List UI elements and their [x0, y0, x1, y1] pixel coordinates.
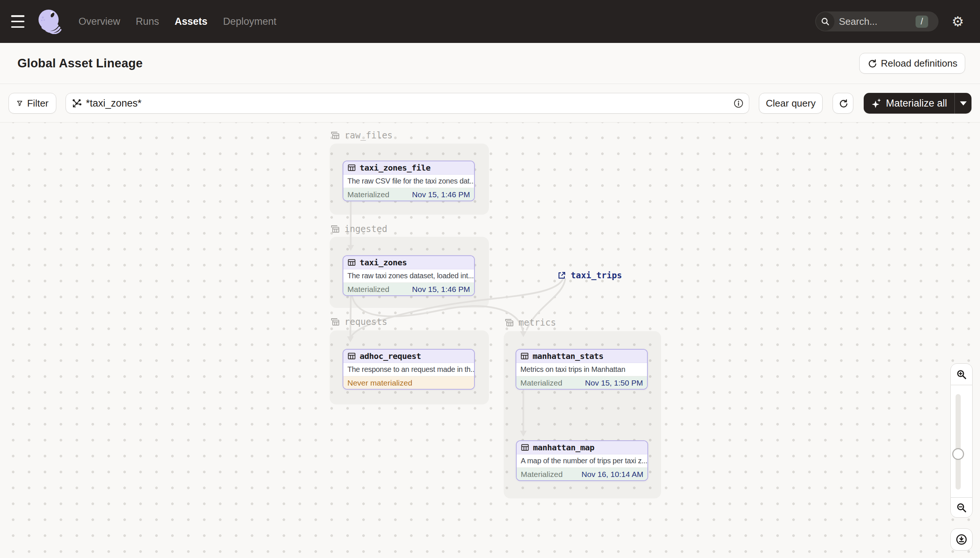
- download-icon: [955, 533, 967, 545]
- zoom-in-button[interactable]: [950, 363, 973, 385]
- table-icon: [520, 352, 529, 360]
- asset-node-manhattan-stats[interactable]: manhattan_stats Metrics on taxi trips in…: [516, 349, 648, 390]
- materialize-all-group: Materialize all: [864, 93, 972, 113]
- materialize-all-label: Materialize all: [886, 98, 947, 109]
- external-asset-taxi-trips[interactable]: taxi_trips: [557, 271, 622, 280]
- zoom-in-icon: [956, 369, 967, 380]
- nav-item-runs[interactable]: Runs: [136, 16, 159, 27]
- top-nav: Overview Runs Assets Deployment / ⚙: [0, 0, 980, 43]
- asset-node-header: taxi_zones: [343, 256, 474, 269]
- refresh-icon: [838, 98, 848, 108]
- asset-node-header: manhattan_stats: [516, 350, 647, 363]
- page-title: Global Asset Lineage: [17, 56, 143, 70]
- info-icon[interactable]: [733, 98, 744, 108]
- zoom-out-button[interactable]: [950, 497, 973, 518]
- refresh-icon: [867, 59, 877, 68]
- asset-node-manhattan-map[interactable]: manhattan_map A map of the number of tri…: [516, 440, 648, 481]
- asset-query-input[interactable]: [86, 98, 733, 109]
- group-label-metrics[interactable]: metrics: [504, 317, 556, 328]
- status-timestamp: Nov 15, 1:50 PM: [585, 379, 643, 387]
- zoom-out-icon: [956, 502, 967, 513]
- search-box[interactable]: /: [815, 11, 939, 31]
- lineage-edges: [0, 123, 980, 558]
- asset-description: The raw taxi zones dataset, loaded int..…: [343, 269, 474, 283]
- asset-node-header: manhattan_map: [517, 441, 647, 455]
- group-name: raw_files: [344, 130, 393, 141]
- nav-right: / ⚙: [815, 11, 980, 31]
- page-header: Global Asset Lineage Reload definitions: [0, 43, 980, 84]
- settings-gear-icon[interactable]: ⚙: [944, 15, 972, 28]
- table-icon: [348, 164, 356, 172]
- download-graph-button[interactable]: [950, 528, 973, 551]
- graph-query-icon: [71, 98, 82, 109]
- status-label: Materialized: [348, 190, 389, 199]
- funnel-icon: [16, 99, 23, 108]
- asset-name: taxi_zones: [360, 258, 407, 267]
- hamburger-menu-icon[interactable]: [11, 15, 26, 28]
- lineage-toolbar: Filter Clear query: [0, 84, 980, 123]
- group-label-requests[interactable]: requests: [330, 317, 387, 327]
- asset-description: The response to an request made in th...: [343, 363, 474, 376]
- asset-group-icon: [330, 224, 340, 234]
- table-icon: [521, 444, 529, 451]
- clear-query-button[interactable]: Clear query: [759, 93, 823, 113]
- materialize-options-button[interactable]: [954, 93, 972, 113]
- materialize-all-button[interactable]: Materialize all: [864, 93, 954, 113]
- zoom-slider-track[interactable]: [955, 394, 961, 489]
- external-link-icon: [557, 271, 566, 280]
- asset-name: manhattan_map: [533, 443, 595, 452]
- asset-description: The raw CSV file for the taxi zones dat.…: [343, 175, 474, 188]
- asset-status-row: Materialized Nov 15, 1:46 PM: [343, 188, 474, 201]
- asset-description: A map of the number of trips per taxi z.…: [517, 455, 647, 468]
- nav-item-assets[interactable]: Assets: [175, 16, 208, 27]
- status-timestamp: Nov 16, 10:14 AM: [581, 470, 643, 479]
- caret-down-icon: [960, 102, 967, 105]
- lineage-canvas[interactable]: raw_files ingested requests: [0, 123, 980, 558]
- asset-group-icon: [330, 317, 340, 327]
- group-name: ingested: [344, 224, 387, 234]
- dagster-app: Overview Runs Assets Deployment / ⚙ Glob…: [0, 0, 980, 558]
- sparkle-icon: [871, 98, 881, 108]
- asset-query-input-wrap: [66, 93, 749, 113]
- dagster-logo-icon[interactable]: [38, 9, 62, 34]
- search-shortcut-badge: /: [916, 16, 928, 28]
- status-label: Never materialized: [348, 379, 412, 387]
- search-icon: [816, 12, 835, 31]
- status-label: Materialized: [521, 470, 563, 479]
- asset-status-row: Never materialized: [343, 376, 474, 389]
- asset-status-row: Materialized Nov 16, 10:14 AM: [517, 468, 647, 481]
- nav-links: Overview Runs Assets Deployment: [79, 16, 276, 27]
- status-label: Materialized: [348, 285, 389, 294]
- asset-name: taxi_zones_file: [360, 163, 430, 172]
- clear-query-label: Clear query: [766, 98, 815, 109]
- external-asset-name: taxi_trips: [571, 271, 622, 280]
- asset-node-taxi-zones[interactable]: taxi_zones The raw taxi zones dataset, l…: [343, 255, 475, 296]
- zoom-slider[interactable]: [950, 385, 973, 497]
- status-timestamp: Nov 15, 1:46 PM: [412, 190, 470, 199]
- table-icon: [348, 352, 356, 360]
- table-icon: [348, 259, 356, 266]
- filter-button[interactable]: Filter: [8, 93, 56, 113]
- asset-status-row: Materialized Nov 15, 1:46 PM: [343, 283, 474, 295]
- search-input[interactable]: [839, 16, 909, 27]
- reload-definitions-button[interactable]: Reload definitions: [859, 53, 965, 74]
- asset-node-adhoc-request[interactable]: adhoc_request The response to an request…: [343, 349, 475, 390]
- asset-node-taxi-zones-file[interactable]: taxi_zones_file The raw CSV file for the…: [343, 161, 475, 201]
- nav-item-deployment[interactable]: Deployment: [223, 16, 276, 27]
- group-name: requests: [344, 317, 387, 327]
- nav-item-overview[interactable]: Overview: [79, 16, 120, 27]
- asset-node-header: adhoc_request: [343, 350, 474, 363]
- asset-group-icon: [330, 131, 340, 141]
- zoom-slider-handle[interactable]: [952, 448, 964, 460]
- refresh-graph-button[interactable]: [833, 93, 853, 113]
- asset-name: adhoc_request: [360, 351, 421, 361]
- group-label-ingested[interactable]: ingested: [330, 224, 387, 234]
- asset-name: manhattan_stats: [533, 351, 603, 361]
- group-label-raw-files[interactable]: raw_files: [330, 130, 393, 141]
- asset-group-icon: [504, 318, 514, 328]
- asset-description: Metrics on taxi trips in Manhattan: [516, 363, 647, 376]
- reload-definitions-label: Reload definitions: [881, 58, 957, 69]
- group-name: metrics: [519, 317, 556, 328]
- filter-label: Filter: [27, 98, 48, 109]
- asset-node-header: taxi_zones_file: [343, 161, 474, 175]
